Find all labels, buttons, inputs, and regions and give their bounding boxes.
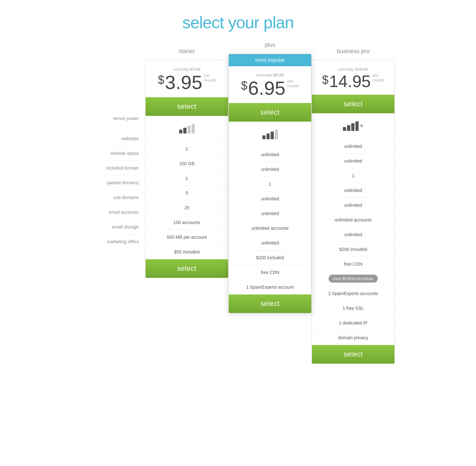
- plus-card: most popular normally $9.99 $ 6.95 per m…: [228, 54, 312, 313]
- plan-plus: plus most popular normally $9.99 $ 6.95 …: [228, 42, 312, 313]
- plus-website-space: unlimited: [229, 162, 311, 177]
- plus-sign: +: [360, 122, 364, 130]
- business-pro-normally: normally $19.99: [317, 67, 390, 72]
- plus-price-main: $ 6.95 per month: [234, 79, 306, 98]
- labels-column: server power websites website space incl…: [81, 48, 145, 249]
- plus-select-top[interactable]: select: [229, 103, 311, 122]
- starter-websites: 1: [146, 141, 228, 156]
- label-websites: websites: [81, 131, 139, 146]
- starter-plan-name: starter: [145, 48, 228, 58]
- plans-container: server power websites website space incl…: [62, 48, 414, 364]
- starter-email-storage: 500 MB per account: [146, 230, 228, 245]
- starter-website-space: 100 GB: [146, 156, 228, 171]
- plus-websites: unlimited: [229, 147, 311, 162]
- business-pro-websites: unlimited: [312, 139, 394, 154]
- business-pro-dollar: $: [322, 74, 329, 86]
- extras-badge: over $13/mo in extras: [329, 275, 377, 283]
- business-pro-original-price: $19.99: [355, 67, 368, 72]
- business-pro-signal-bars: [343, 121, 359, 131]
- label-marketing-offers: marketing offers: [81, 234, 139, 249]
- plus-original-price: $9.99: [273, 73, 284, 77]
- plus-included-domain: 1: [229, 177, 311, 191]
- page-title: select your plan: [6, 13, 470, 32]
- plus-amount: 6.95: [248, 79, 286, 98]
- starter-included-domain: 1: [146, 171, 228, 186]
- plan-business-pro: business pro normally $19.99 $ 14.95 per…: [312, 48, 395, 364]
- bar4: [355, 121, 359, 131]
- plan-starter: starter normally $7.99 $ 3.95 per month …: [145, 48, 228, 278]
- plus-email-storage: unlimited: [229, 236, 311, 250]
- starter-amount: 3.95: [165, 73, 202, 92]
- plus-per: per month: [287, 79, 299, 90]
- plus-signal-bars: [262, 130, 278, 139]
- plus-dollar: $: [241, 80, 248, 92]
- plus-normally: normally $9.99: [234, 73, 306, 77]
- starter-price-section: normally $7.99 $ 3.95 per month: [146, 60, 228, 97]
- most-popular-bar: most popular: [229, 54, 311, 66]
- business-pro-plan-name: business pro: [312, 48, 395, 58]
- business-pro-domain-privacy: domain privacy: [312, 330, 394, 345]
- plus-plan-name: plus: [228, 42, 312, 51]
- bar2: [266, 133, 270, 139]
- starter-select-top[interactable]: select: [146, 97, 228, 116]
- plus-spam-experts: 1 SpamExperts account: [229, 280, 311, 294]
- starter-parked-domains: 5: [146, 186, 228, 200]
- bar1: [179, 130, 182, 133]
- plus-free-cdn: free CDN: [229, 265, 311, 280]
- business-pro-website-space: unlimited: [312, 154, 394, 168]
- business-pro-free-ssl: 1 free SSL: [312, 301, 394, 316]
- bar2: [183, 128, 186, 133]
- bar4: [192, 124, 195, 133]
- plus-price-section: normally $9.99 $ 6.95 per month: [229, 66, 311, 103]
- bar3: [351, 123, 354, 131]
- business-pro-price-section: normally $19.99 $ 14.95 per month: [312, 60, 394, 95]
- bar4: [275, 130, 278, 139]
- business-pro-included-domain: 1: [312, 168, 394, 183]
- starter-marketing-offers: $50 included: [146, 245, 228, 259]
- business-pro-email-accounts: unlimited accounts: [312, 213, 394, 227]
- starter-original-price: $7.99: [190, 67, 201, 72]
- business-pro-select-bottom[interactable]: select: [312, 345, 394, 364]
- business-pro-email-storage: unlimited: [312, 227, 394, 242]
- label-server-power: server power: [81, 106, 139, 131]
- business-pro-select-top[interactable]: select: [312, 95, 394, 113]
- business-pro-card: normally $19.99 $ 14.95 per month select: [312, 60, 395, 364]
- business-pro-spam-experts2: 2 SpamExperts accounts: [312, 286, 394, 301]
- starter-card: normally $7.99 $ 3.95 per month select: [145, 60, 228, 278]
- plus-features: unlimited unlimited 1 unlimited unlimite…: [229, 122, 311, 294]
- starter-email-accounts: 100 accounts: [146, 215, 228, 230]
- business-pro-dedicated-ip: 1 dedicated IP: [312, 316, 394, 330]
- starter-server-power: [146, 116, 228, 141]
- starter-per: per month: [204, 73, 216, 84]
- plus-sub-domains: unlimited: [229, 206, 311, 221]
- bar2: [347, 125, 350, 131]
- label-website-space: website space: [81, 146, 139, 161]
- bar3: [187, 126, 191, 133]
- starter-signal-bars: [179, 124, 195, 133]
- starter-sub-domains: 25: [146, 200, 228, 215]
- business-pro-extras-badge-row: over $13/mo in extras: [312, 271, 394, 286]
- plus-parked-domains: unlimited: [229, 191, 311, 206]
- business-pro-server-power: +: [312, 113, 394, 139]
- business-pro-sub-domains: unlimited: [312, 198, 394, 213]
- plus-marketing-offers: $200 included: [229, 250, 311, 265]
- business-pro-marketing-offers: $200 included: [312, 242, 394, 257]
- starter-features: 1 100 GB 1 5 25 100 accounts 500 MB per …: [146, 116, 228, 259]
- business-pro-price-main: $ 14.95 per month: [317, 73, 390, 90]
- business-pro-parked-domains: unlimited: [312, 183, 394, 198]
- starter-dollar: $: [158, 74, 164, 86]
- starter-normally: normally $7.99: [150, 67, 223, 72]
- business-pro-per: per month: [373, 73, 384, 84]
- business-pro-amount: 14.95: [329, 73, 371, 90]
- plus-server-power: [229, 122, 311, 147]
- label-sub-domains: sub domains: [81, 190, 139, 205]
- plus-select-bottom[interactable]: select: [229, 294, 311, 313]
- label-email-accounts: email accounts: [81, 205, 139, 220]
- bar1: [343, 127, 346, 131]
- business-pro-free-cdn: free CDN: [312, 257, 394, 271]
- label-included-domain: included domain: [81, 161, 139, 175]
- starter-select-bottom[interactable]: select: [146, 259, 228, 278]
- label-email-storage: email storage: [81, 220, 139, 234]
- plus-email-accounts: unlimited accounts: [229, 221, 311, 236]
- business-pro-features: + unlimited unlimited 1 unlimited unlimi…: [312, 113, 394, 345]
